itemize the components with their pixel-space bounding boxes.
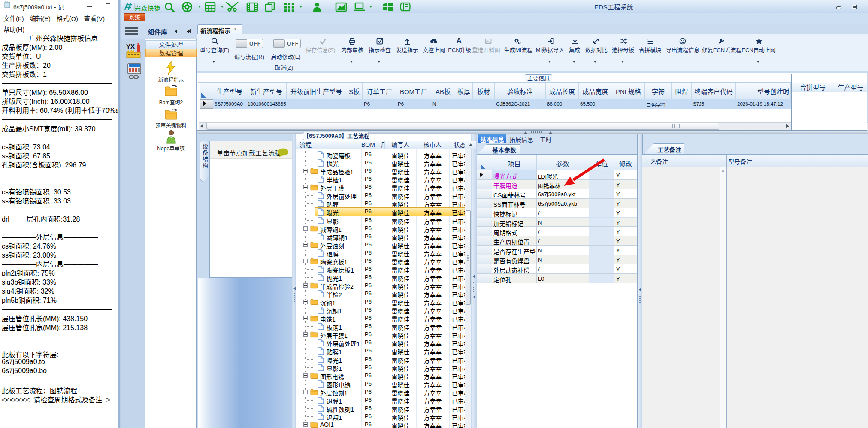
svg-text:YX: YX (126, 42, 135, 50)
